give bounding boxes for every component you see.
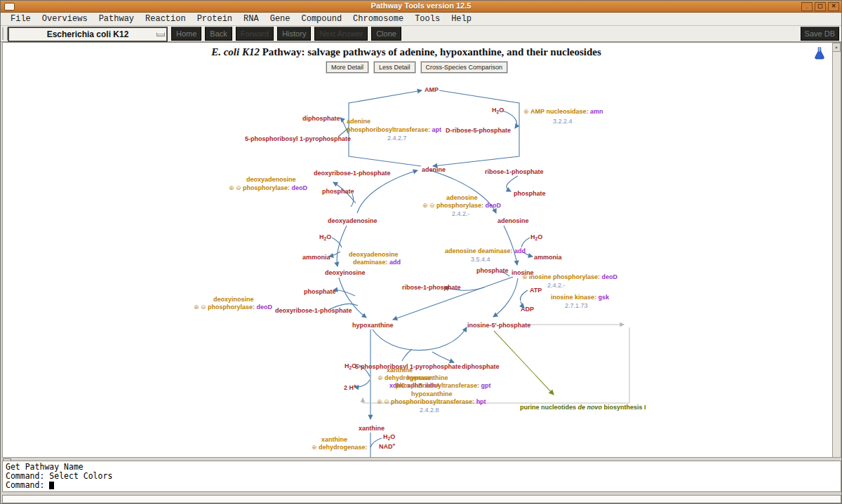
page-title-organism: E. coli K12 [211, 46, 260, 57]
enzyme-deoxyadenosine-phosphorylase-line1[interactable]: deoxyadenosine [246, 176, 296, 183]
enzyme-gpt-line1[interactable]: hypoxanthine [407, 374, 448, 381]
toolbar-button-forward[interactable]: Forward [236, 27, 274, 41]
menu-protein[interactable]: Protein [192, 14, 238, 24]
compound-phosphate-2[interactable]: phosphate [514, 190, 546, 197]
toolbar-button-clone[interactable]: Clone [371, 27, 401, 41]
compound-ammonia-1[interactable]: ammonia [302, 254, 330, 261]
toolbar-button-home[interactable]: Home [171, 27, 201, 41]
enzyme-adenosine-deaminase[interactable]: adenosine deaminase: add [445, 247, 526, 254]
enzyme-inosine-kinase[interactable]: inosine kinase: gsk [551, 294, 609, 301]
ec-adenosine-phosphorylase[interactable]: 2.4.2.- [452, 210, 470, 217]
dropdown-arrow-icon[interactable] [156, 32, 165, 36]
pathway-diagram: AMPdiphosphate5-phosphoribosyl 1-pyropho… [3, 43, 841, 458]
menu-rna[interactable]: RNA [238, 14, 265, 24]
compound-ammonia-2[interactable]: ammonia [534, 254, 562, 261]
command-console[interactable]: Get Pathway NameCommand: Select ColorsCo… [2, 461, 841, 492]
page-title-text: Pathway: salvage pathways of adenine, hy… [260, 46, 601, 57]
compound-prpp-1[interactable]: 5-phosphoribosyl 1-pyrophosphate [245, 135, 351, 142]
scroll-up-arrow-icon[interactable]: ▲ [832, 43, 841, 52]
compound-ribose-1-phosphate-1[interactable]: ribose-1-phosphate [485, 168, 544, 175]
status-bar [2, 495, 841, 503]
enzyme-xanthine-dehydrogenase-2-line2[interactable]: ⊕ dehydrogenase: [312, 444, 368, 451]
ec-adenosine-deaminase[interactable]: 3.5.4.4 [471, 256, 490, 263]
compound-adenosine[interactable]: adenosine [497, 217, 529, 224]
menu-reaction[interactable]: Reaction [140, 14, 192, 24]
organism-selector[interactable]: Escherichia coli K12 [8, 27, 168, 42]
compound-phosphate-3[interactable]: phosphate [476, 267, 509, 274]
menu-overviews[interactable]: Overviews [36, 14, 93, 24]
button-less-detail[interactable]: Less Detail [374, 62, 415, 73]
toolbar-button-next-answer[interactable]: Next Answer [314, 27, 368, 41]
enzyme-amn[interactable]: ⊕ AMP nucleosidase: amn [523, 108, 603, 115]
enzyme-hpt-line1[interactable]: hypoxanthine [411, 390, 453, 397]
compound-deoxyribose-1-phosphate-2[interactable]: deoxyribose-1-phosphate [275, 307, 352, 314]
enzyme-deoxyinosine-phosphorylase-line1[interactable]: deoxyinosine [213, 296, 254, 303]
ec-inosine-kinase[interactable]: 2.7.1.73 [565, 302, 588, 309]
compound-phosphate-1[interactable]: phosphate [322, 188, 354, 195]
flask-icon [814, 46, 825, 60]
enzyme-deoxyadenosine-deaminase-line1[interactable]: deoxyadenosine [349, 251, 399, 258]
ec-hpt[interactable]: 2.4.2.8 [420, 407, 439, 414]
enzyme-gpt-line2[interactable]: phosphoribosyltransferase: gpt [396, 382, 491, 389]
text-cursor [49, 482, 54, 489]
compound-h2o-3[interactable]: H2O [530, 233, 542, 243]
window-controls: _▢✕ [801, 2, 839, 11]
ec-inosine-phosphorylase[interactable]: 2.4.2.- [547, 282, 566, 289]
enzyme-adenosine-phosphorylase-line2[interactable]: ⊕ ⊖ phosphorylase: deoD [422, 202, 501, 209]
compound-atp[interactable]: ATP [530, 287, 542, 294]
compound-amp[interactable]: AMP [425, 86, 439, 93]
menu-file[interactable]: File [5, 14, 36, 24]
enzyme-deoxyadenosine-phosphorylase-line2[interactable]: ⊕ ⊖ phosphorylase: deoD [229, 184, 307, 191]
menu-gene[interactable]: Gene [265, 14, 296, 24]
menu-tools[interactable]: Tools [409, 14, 446, 24]
console-prompt-text: Command: [6, 480, 49, 490]
close-button[interactable]: ✕ [828, 2, 839, 11]
page-title: E. coli K12 Pathway: salvage pathways of… [3, 46, 810, 58]
enzyme-adenosine-phosphorylase-line1[interactable]: adenosine [446, 194, 478, 201]
compound-inosine-5-phosphate[interactable]: inosine-5'-phosphate [467, 322, 530, 329]
compound-h2o-1[interactable]: H2O [492, 107, 504, 116]
compound-phosphate-4[interactable]: phosphate [304, 288, 336, 295]
compound-h2o-2[interactable]: H2O [319, 233, 331, 243]
enzyme-apt-line2[interactable]: phosphoribosyltransferase: apt [347, 126, 441, 133]
button-cross-species-comparison[interactable]: Cross-Species Comparison [421, 62, 508, 73]
compound-diphosphate-1[interactable]: diphosphate [302, 115, 340, 122]
compound-adp[interactable]: ADP [521, 306, 534, 313]
vertical-scrollbar[interactable] [832, 43, 841, 457]
enzyme-xanthine-dehydrogenase-2-line1[interactable]: xanthine [321, 436, 347, 443]
detail-buttons: More DetailLess DetailCross-Species Comp… [3, 60, 831, 73]
pathway-link-purine-de-novo[interactable]: purine nucleotides de novo biosynthesis … [520, 404, 646, 411]
menu-bar: FileOverviewsPathwayReactionProteinRNAGe… [1, 13, 841, 26]
menu-chromosome[interactable]: Chromosome [347, 14, 409, 24]
compound-hypoxanthine[interactable]: hypoxanthine [352, 322, 394, 329]
enzyme-deoxyadenosine-deaminase-line2[interactable]: deaminase: add [353, 259, 401, 266]
button-more-detail[interactable]: More Detail [326, 62, 368, 73]
minimize-button[interactable]: _ [801, 2, 813, 11]
toolbar-button-back[interactable]: Back [205, 27, 232, 41]
menu-help[interactable]: Help [446, 14, 477, 24]
compound-d-ribose-5-phosphate[interactable]: D-ribose-5-phosphate [446, 127, 511, 134]
window-title: Pathway Tools version 12.5 [1, 1, 841, 10]
compound-diphosphate-2[interactable]: diphosphate [462, 363, 500, 370]
compound-xanthine[interactable]: xanthine [359, 425, 385, 432]
menu-compound[interactable]: Compound [296, 14, 348, 24]
ec-amn[interactable]: 3.2.2.4 [553, 118, 573, 125]
compound-deoxyadenosine[interactable]: deoxyadenosine [328, 217, 377, 224]
save-db-button[interactable]: Save DB [801, 27, 839, 41]
enzyme-hpt-line2[interactable]: ⊕ ⊖ phosphoribosyltransferase: hpt [377, 398, 486, 405]
compound-ribose-1-phosphate-2[interactable]: ribose-1-phosphate [402, 284, 461, 291]
compound-adenine[interactable]: adenine [422, 166, 446, 173]
compound-2h[interactable]: 2 H+ [344, 383, 356, 391]
menu-pathway[interactable]: Pathway [93, 14, 140, 24]
enzyme-inosine-phosphorylase[interactable]: ⊕ inosine phosphorylase: deoD [522, 273, 617, 280]
console-prompt[interactable]: Command: [6, 481, 838, 490]
maximize-button[interactable]: ▢ [815, 2, 826, 11]
ec-apt[interactable]: 2.4.2.7 [387, 135, 407, 142]
compound-nad[interactable]: NAD+ [379, 442, 395, 450]
enzyme-apt-line1[interactable]: adenine [347, 118, 370, 125]
enzyme-xanthine-dehydrogenase-1-line1[interactable]: xanthine [387, 367, 413, 374]
enzyme-deoxyinosine-phosphorylase-line2[interactable]: ⊕ ⊖ phosphorylase: deoD [194, 304, 272, 311]
compound-deoxyinosine[interactable]: deoxyinosine [325, 269, 366, 276]
compound-deoxyribose-1-phosphate-1[interactable]: deoxyribose-1-phosphate [314, 170, 391, 177]
toolbar-button-history[interactable]: History [277, 27, 311, 41]
